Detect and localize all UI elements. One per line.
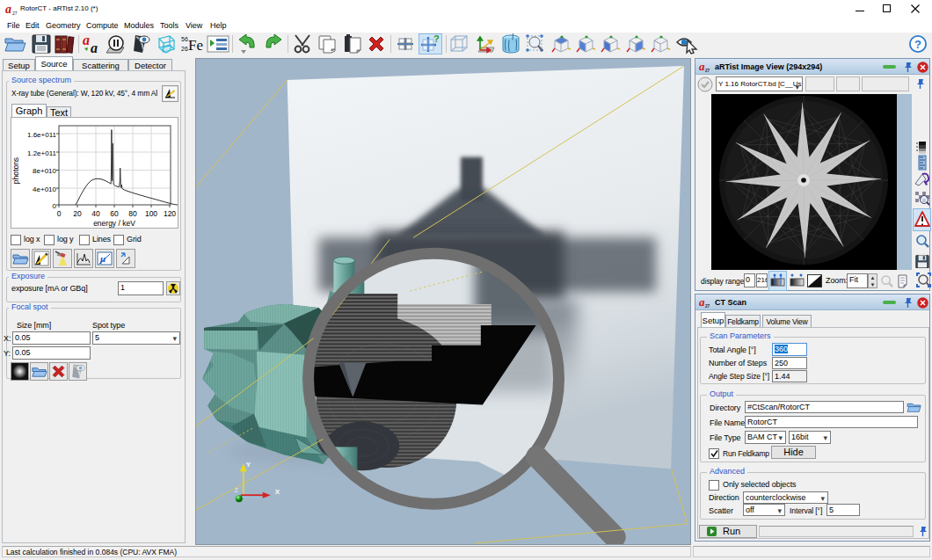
svg-text:8e+010: 8e+010 xyxy=(33,167,56,175)
svg-text:56: 56 xyxy=(181,36,188,42)
svg-text:?: ? xyxy=(433,33,440,44)
svg-text:a: a xyxy=(699,296,705,309)
svg-text:photons: photons xyxy=(11,157,20,184)
svg-text:0: 0 xyxy=(57,209,62,218)
svg-text:1.6e+011: 1.6e+011 xyxy=(27,131,57,139)
svg-text:?: ? xyxy=(914,38,921,51)
svg-text:a: a xyxy=(83,33,90,47)
svg-text:Z: Z xyxy=(235,487,238,493)
svg-text:Fe: Fe xyxy=(188,37,203,54)
svg-text:a: a xyxy=(91,40,98,55)
svg-text:a: a xyxy=(699,61,705,73)
svg-text:27: 27 xyxy=(705,304,710,309)
svg-text:energy / keV: energy / keV xyxy=(93,219,135,228)
svg-text:120: 120 xyxy=(164,209,176,218)
svg-text:20: 20 xyxy=(73,209,82,218)
svg-text:1.2e+011: 1.2e+011 xyxy=(27,149,57,157)
svg-text:80: 80 xyxy=(128,209,137,218)
svg-text:27: 27 xyxy=(705,69,710,73)
svg-text:60: 60 xyxy=(110,209,119,218)
svg-text:a: a xyxy=(5,3,11,16)
svg-text:100: 100 xyxy=(145,209,157,218)
svg-text:4e+010: 4e+010 xyxy=(33,185,56,193)
svg-text:40: 40 xyxy=(91,209,100,218)
svg-text:27: 27 xyxy=(12,11,18,16)
svg-text:X: X xyxy=(275,488,280,496)
svg-text:Y: Y xyxy=(246,461,251,469)
svg-text:26: 26 xyxy=(181,46,188,52)
